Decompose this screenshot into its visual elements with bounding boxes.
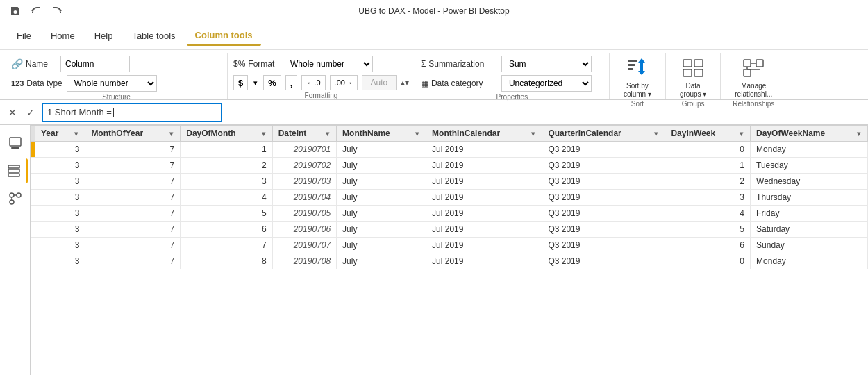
col-header-dayofmonth[interactable]: DayOfMonth▾ <box>181 126 272 142</box>
sidebar-model-icon[interactable] <box>3 186 28 211</box>
cell-dayofmonth: 8 <box>181 253 272 269</box>
filter-btn[interactable]: ▾ <box>653 130 659 138</box>
filter-btn[interactable]: ▾ <box>260 130 267 138</box>
menu-table-tools[interactable]: Table tools <box>124 26 183 45</box>
title-bar: UBG to DAX - Model - Power BI Desktop <box>0 0 868 22</box>
table-row[interactable]: 37820190708JulyJul 2019Q3 20190Monday <box>31 253 868 269</box>
cell-quarterincalendar: Q3 2019 <box>542 238 665 253</box>
col-header-dateint[interactable]: DateInt▾ <box>272 126 336 142</box>
menu-column-tools[interactable]: Column tools <box>187 26 261 46</box>
formula-confirm-button[interactable]: ✓ <box>24 106 37 119</box>
table-row[interactable]: 37720190707JulyJul 2019Q3 20196Sunday <box>31 238 868 253</box>
filter-btn[interactable]: ▾ <box>530 130 536 138</box>
menu-file[interactable]: File <box>8 26 40 45</box>
menu-home[interactable]: Home <box>42 26 83 45</box>
svg-point-21 <box>10 193 14 197</box>
main-content: Year▾MonthOfYear▾DayOfMonth▾DateInt▾Mont… <box>0 125 868 375</box>
undo-icon[interactable] <box>29 4 43 18</box>
col-header-dayinweek[interactable]: DayInWeek▾ <box>665 126 751 142</box>
manage-relationships-button[interactable]: Managerelationshi... <box>726 56 781 99</box>
data-groups-button[interactable]: Datagroups ▾ <box>671 56 715 99</box>
menu-help[interactable]: Help <box>86 26 122 45</box>
cell-dayofweekname: Thursday <box>751 190 868 206</box>
filter-btn[interactable]: ▾ <box>738 130 744 138</box>
cell-dayinweek: 4 <box>665 206 751 222</box>
cell-monthincalendar: Jul 2019 <box>426 222 542 238</box>
filter-btn[interactable]: ▾ <box>324 130 331 138</box>
currency-button[interactable]: $ <box>233 75 248 90</box>
data-groups-label: Datagroups ▾ <box>680 82 706 99</box>
cell-dateint: 20190704 <box>272 190 336 206</box>
sidebar-data-icon[interactable] <box>3 158 28 183</box>
formula-text: 1 Short Month = <box>47 107 112 117</box>
col-header-dayofweekname[interactable]: DayOfWeekName▾ <box>751 126 868 142</box>
cell-monthofyear: 7 <box>85 206 181 222</box>
dec-decrease-button[interactable]: .00→ <box>330 75 358 90</box>
table-row[interactable]: 37220190702JulyJul 2019Q3 20191Tuesday <box>31 158 868 174</box>
format-select[interactable]: Whole number <box>283 56 373 72</box>
comma-button[interactable]: , <box>285 75 298 90</box>
formula-cancel-button[interactable]: ✕ <box>6 106 19 119</box>
cell-dayofmonth: 2 <box>181 158 272 174</box>
filter-btn[interactable]: ▾ <box>168 130 174 138</box>
summarization-row: Σ Summarization Sum <box>421 56 603 72</box>
cell-dateint: 20190702 <box>272 158 336 174</box>
cell-dateint: 20190706 <box>272 222 336 238</box>
cell-year: 3 <box>35 174 85 190</box>
sort-by-column-button[interactable]: Sort bycolumn ▾ <box>615 56 660 99</box>
svg-marker-5 <box>638 58 645 62</box>
table-row[interactable]: 37320190703JulyJul 2019Q3 20192Wednesday <box>31 174 868 190</box>
data-table[interactable]: Year▾MonthOfYear▾DayOfMonth▾DateInt▾Mont… <box>31 125 868 375</box>
datatype-select[interactable]: Whole number <box>67 75 157 92</box>
relationships-label: Relationships <box>733 99 774 110</box>
datatype-row: 123 Data type Whole number <box>11 75 222 92</box>
col-header-monthname[interactable]: MonthName▾ <box>337 126 426 142</box>
svg-rect-0 <box>628 60 637 62</box>
ribbon: 🔗 Name 123 Data type Whole number Struct… <box>0 50 868 100</box>
datacategory-select[interactable]: Uncategorized <box>501 75 592 92</box>
table-row[interactable]: 37120190701JulyJul 2019Q3 20190Monday <box>31 142 868 158</box>
datacategory-label: ▦ Data category <box>421 78 497 88</box>
col-header-quarterincalendar[interactable]: QuarterInCalendar▾ <box>542 126 665 142</box>
sidebar-report-icon[interactable] <box>3 131 28 156</box>
cell-monthincalendar: Jul 2019 <box>426 142 542 158</box>
dec-increase-button[interactable]: ←.0 <box>301 75 325 90</box>
cell-quarterincalendar: Q3 2019 <box>542 222 665 238</box>
cell-dayinweek: 0 <box>665 142 751 158</box>
cell-dateint: 20190703 <box>272 174 336 190</box>
format-divider: ▾ <box>252 78 259 88</box>
redo-icon[interactable] <box>50 4 64 18</box>
cell-dayinweek: 5 <box>665 222 751 238</box>
percent-button[interactable]: % <box>263 75 281 90</box>
formatting-label: Formatting <box>233 90 409 101</box>
sort-by-column-icon <box>625 56 650 81</box>
cell-year: 3 <box>35 158 85 174</box>
cell-dayofmonth: 6 <box>181 222 272 238</box>
table-row[interactable]: 37420190704JulyJul 2019Q3 20193Thursday <box>31 190 868 206</box>
formula-input[interactable]: 1 Short Month = <box>42 103 222 122</box>
table-row[interactable]: 37620190706JulyJul 2019Q3 20195Saturday <box>31 222 868 238</box>
auto-input[interactable] <box>362 75 397 90</box>
svg-rect-18 <box>8 165 19 168</box>
filter-btn[interactable]: ▾ <box>856 130 862 138</box>
save-icon[interactable] <box>8 4 22 18</box>
col-header-monthofyear[interactable]: MonthOfYear▾ <box>85 126 181 142</box>
svg-point-22 <box>17 193 21 197</box>
filter-btn[interactable]: ▾ <box>73 130 79 138</box>
col-header-year[interactable]: Year▾ <box>35 126 85 142</box>
svg-rect-8 <box>683 69 692 76</box>
col-header-monthincalendar[interactable]: MonthInCalendar▾ <box>426 126 542 142</box>
cell-dayinweek: 6 <box>665 238 751 253</box>
table-row[interactable]: 37520190705JulyJul 2019Q3 20194Friday <box>31 206 868 222</box>
sort-label: Sort <box>631 99 644 110</box>
manage-relationships-icon <box>741 56 766 81</box>
svg-rect-19 <box>8 169 19 172</box>
cell-monthofyear: 7 <box>85 253 181 269</box>
filter-btn[interactable]: ▾ <box>414 130 420 138</box>
cell-monthincalendar: Jul 2019 <box>426 206 542 222</box>
summarization-select[interactable]: Sum <box>501 56 592 72</box>
manage-relationships-label: Managerelationshi... <box>735 82 772 99</box>
name-input[interactable] <box>60 56 130 72</box>
cell-monthofyear: 7 <box>85 142 181 158</box>
groups-label: Groups <box>682 99 705 110</box>
